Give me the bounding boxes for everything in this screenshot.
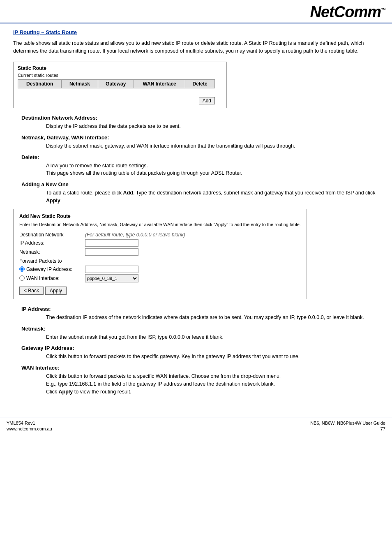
footer-url: www.netcomm.com.au <box>7 426 52 431</box>
desc-wan-text3: Click Apply to view the routing result. <box>46 388 379 396</box>
apply-button[interactable]: Apply <box>45 287 67 295</box>
back-button[interactable]: < Back <box>19 287 44 295</box>
desc-gateway-section: Gateway IP Address: Click this button to… <box>13 345 379 361</box>
desc-destination-title: Destination Network Address: <box>21 115 379 121</box>
form-netmask-label: Netmask: <box>19 249 85 255</box>
desc-netmask-title: Netmask, Gateway, WAN Interface: <box>21 134 379 141</box>
gateway-ip-input[interactable] <box>85 266 138 273</box>
add-btn-row: Add <box>18 97 215 104</box>
footer-right: NB6, NB6W, NB6Plus4W User Guide 77 <box>310 421 385 431</box>
gateway-radio[interactable] <box>19 266 25 272</box>
desc-delete-text1: Allow you to remove the static route set… <box>46 162 379 170</box>
form-gateway-row: Gateway IP Address: <box>19 266 301 273</box>
footer-left: YML854 Rev1 www.netcomm.com.au <box>7 421 52 431</box>
desc-netmask-section-text: Enter the subnet mask that you got from … <box>46 333 379 341</box>
form-forward-label: Forward Packets to <box>19 258 85 264</box>
section-title: IP Routing – Static Route <box>13 29 379 35</box>
footer-yml: YML854 Rev1 <box>7 421 52 426</box>
form-wan-radio-label: WAN Interface: <box>19 275 85 281</box>
desc-ip-text: The destination IP address of the networ… <box>46 314 379 321</box>
main-content: IP Routing – Static Route The table show… <box>0 23 392 405</box>
footer: YML854 Rev1 www.netcomm.com.au NB6, NB6W… <box>0 418 392 434</box>
desc-wan-text2: E.g., type 192.168.1.1 in the field of t… <box>46 380 379 388</box>
form-netmask-row: Netmask: <box>19 248 301 256</box>
intro-text: The table shows all static route status … <box>13 39 379 55</box>
static-route-title: Static Route <box>18 65 222 71</box>
col-netmask: Netmask <box>62 79 98 88</box>
wan-radio[interactable] <box>19 275 25 281</box>
desc-netmask: Netmask, Gateway, WAN Interface: Display… <box>13 134 379 150</box>
form-dest-network-row: Destination Network (For default route, … <box>19 232 301 238</box>
form-ip-row: IP Address: <box>19 239 301 247</box>
col-wan-interface: WAN Interface <box>134 79 185 88</box>
col-gateway: Gateway <box>98 79 134 88</box>
desc-netmask-section-title: Netmask: <box>21 326 379 332</box>
static-route-box: Static Route Current static routes: Dest… <box>13 62 227 109</box>
static-route-table: Destination Netmask Gateway WAN Interfac… <box>18 79 215 95</box>
desc-delete: Delete: Allow you to remove the static r… <box>13 154 379 178</box>
footer-page: 77 <box>310 426 385 431</box>
form-forward-row: Forward Packets to <box>19 258 301 264</box>
desc-destination-text: Display the IP address that the data pac… <box>46 123 379 130</box>
desc-ip-title: IP Address: <box>21 306 379 312</box>
desc-gateway-title: Gateway IP Address: <box>21 345 379 351</box>
desc-netmask-text: Display the subnet mask, gateway, and WA… <box>46 142 379 150</box>
desc-adding: Adding a New One To add a static route, … <box>13 181 379 205</box>
desc-delete-text2: This page shows all the routing table of… <box>46 169 379 177</box>
logo: NetComm™ <box>310 3 385 21</box>
form-dest-network-hint: (For default route, type 0.0.0.0 or leav… <box>85 232 185 238</box>
form-box-title: Add New Static Route <box>19 213 301 219</box>
wan-interface-select[interactable]: pppoe_0_39_1 <box>85 274 138 282</box>
ip-address-input[interactable] <box>85 239 138 247</box>
desc-gateway-text: Click this button to forward packets to … <box>46 353 379 361</box>
desc-ip-address: IP Address: The destination IP address o… <box>13 306 379 321</box>
desc-adding-text: To add a static route, please click Add.… <box>46 189 379 205</box>
logo-tm: ™ <box>381 7 385 13</box>
table-row-empty <box>18 88 215 95</box>
static-route-subtitle: Current static routes: <box>18 73 222 78</box>
form-buttons: < Back Apply <box>19 287 301 295</box>
logo-text: NetComm <box>310 3 381 21</box>
netmask-input[interactable] <box>85 248 138 256</box>
desc-adding-title: Adding a New One <box>21 181 379 187</box>
desc-wan-text1: Click this button to forward packets to … <box>46 372 379 380</box>
add-static-route-form: Add New Static Route Enter the Destinati… <box>13 209 307 299</box>
desc-netmask-section: Netmask: Enter the subnet mask that you … <box>13 326 379 341</box>
desc-wan-title: WAN Interface: <box>21 365 379 371</box>
col-delete: Delete <box>185 79 215 88</box>
form-box-desc: Enter the Destination Network Address, N… <box>19 222 301 228</box>
footer-product: NB6, NB6W, NB6Plus4W User Guide <box>310 421 385 426</box>
desc-delete-title: Delete: <box>21 154 379 160</box>
form-dest-network-label: Destination Network <box>19 232 85 238</box>
form-wan-row: WAN Interface: pppoe_0_39_1 <box>19 274 301 282</box>
header: NetComm™ <box>0 0 392 23</box>
form-ip-label: IP Address: <box>19 240 85 246</box>
add-button[interactable]: Add <box>199 97 215 104</box>
col-destination: Destination <box>18 79 62 88</box>
form-gateway-radio-label: Gateway IP Address: <box>19 266 85 272</box>
desc-destination: Destination Network Address: Display the… <box>13 115 379 130</box>
desc-wan-section: WAN Interface: Click this button to forw… <box>13 365 379 395</box>
